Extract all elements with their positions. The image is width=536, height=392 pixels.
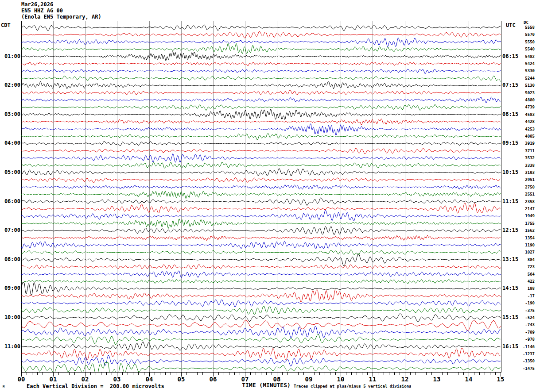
cdt-hour-label: 10:00 bbox=[0, 314, 20, 320]
dc-offset-value: 1755 bbox=[510, 221, 535, 226]
cdt-hour-label: 05:00 bbox=[0, 169, 20, 175]
dc-offset-value: 5330 bbox=[510, 69, 535, 73]
x-minor-tick bbox=[272, 372, 272, 375]
x-tick-label: 00 bbox=[13, 376, 29, 383]
x-tick-label: 05 bbox=[173, 376, 189, 383]
dc-offset-value: 5558 bbox=[510, 25, 535, 30]
x-minor-tick bbox=[453, 372, 453, 375]
x-tick-label: 11 bbox=[365, 376, 381, 383]
dc-offset-value: -1146 bbox=[510, 345, 535, 349]
x-axis-title: TIME (MINUTES) bbox=[242, 382, 291, 388]
x-minor-tick bbox=[303, 372, 304, 375]
dc-offset-value: 3103 bbox=[510, 170, 535, 175]
x-minor-tick bbox=[80, 372, 80, 375]
x-minor-tick bbox=[319, 372, 320, 375]
x-minor-tick bbox=[314, 372, 315, 375]
dc-offset-value: -1350 bbox=[510, 359, 535, 363]
x-minor-tick bbox=[298, 372, 299, 375]
x-minor-tick bbox=[474, 372, 474, 375]
dc-offset-value: 188 bbox=[510, 286, 535, 291]
x-minor-tick bbox=[389, 372, 389, 375]
station-name: (Enola EN5 Temporary, AR) bbox=[21, 14, 101, 20]
x-minor-tick bbox=[394, 372, 395, 375]
dc-offset-value: 5540 bbox=[510, 47, 535, 51]
dc-offset-value: 3919 bbox=[510, 141, 535, 146]
x-minor-tick bbox=[485, 372, 485, 375]
dc-offset-value: 5570 bbox=[510, 32, 535, 37]
x-minor-tick bbox=[357, 372, 357, 375]
dc-offset-value: 2551 bbox=[510, 192, 535, 196]
x-minor-tick bbox=[197, 372, 198, 375]
dc-offset-value: -190 bbox=[510, 301, 535, 305]
x-tick-label: 01 bbox=[45, 376, 61, 383]
x-minor-tick bbox=[495, 372, 496, 375]
x-minor-tick bbox=[229, 372, 229, 375]
x-minor-tick bbox=[458, 372, 458, 375]
x-minor-tick bbox=[426, 372, 427, 375]
x-minor-tick bbox=[234, 372, 235, 375]
x-minor-tick bbox=[479, 372, 480, 375]
x-minor-tick bbox=[160, 372, 160, 375]
x-minor-tick bbox=[250, 372, 251, 375]
x-tick-label: 02 bbox=[77, 376, 93, 383]
x-minor-tick bbox=[176, 372, 176, 375]
x-minor-tick bbox=[112, 372, 112, 375]
x-minor-tick bbox=[186, 372, 187, 375]
dc-offset-value: 4739 bbox=[510, 105, 535, 109]
left-axis-label: CDT bbox=[1, 22, 11, 28]
x-minor-tick bbox=[128, 372, 128, 375]
dc-offset-value: -743 bbox=[510, 323, 535, 327]
x-minor-tick bbox=[400, 372, 400, 375]
x-minor-tick bbox=[490, 372, 490, 375]
x-minor-tick bbox=[325, 372, 325, 375]
x-minor-tick bbox=[155, 372, 155, 375]
seismogram-traces-canvas bbox=[21, 21, 501, 372]
plot-date: Mar26,2026 bbox=[21, 1, 53, 8]
x-minor-tick bbox=[287, 372, 288, 375]
x-minor-tick bbox=[442, 372, 443, 375]
x-minor-tick bbox=[367, 372, 368, 375]
dc-offset-value: 5482 bbox=[510, 54, 535, 59]
dc-offset-value: 3711 bbox=[510, 149, 535, 153]
dc-offset-value: 1949 bbox=[510, 214, 535, 218]
x-minor-tick bbox=[106, 372, 107, 375]
cdt-hour-label: 01:00 bbox=[0, 53, 20, 59]
dc-offset-value: 1354 bbox=[510, 236, 535, 240]
dc-offset-value: 2951 bbox=[510, 177, 535, 182]
x-minor-tick bbox=[133, 372, 133, 375]
x-minor-tick bbox=[96, 372, 96, 375]
x-minor-tick bbox=[463, 372, 464, 375]
watermark: M bbox=[3, 385, 4, 388]
x-minor-tick bbox=[293, 372, 293, 375]
cdt-hour-label: 02:00 bbox=[0, 82, 20, 88]
x-minor-tick bbox=[192, 372, 192, 375]
x-minor-tick bbox=[421, 372, 421, 375]
x-tick-label: 10 bbox=[333, 376, 349, 383]
x-tick-label: 03 bbox=[109, 376, 125, 383]
cdt-hour-label: 03:00 bbox=[0, 111, 20, 117]
x-minor-tick bbox=[261, 372, 261, 375]
cdt-hour-label: 08:00 bbox=[0, 256, 20, 262]
x-minor-tick bbox=[330, 372, 330, 375]
x-minor-tick bbox=[351, 372, 352, 375]
clip-note: Traces clipped at plus/minus 5 vertical … bbox=[294, 384, 412, 388]
x-minor-tick bbox=[384, 372, 384, 375]
dc-offset-value: -789 bbox=[510, 330, 535, 334]
x-minor-tick bbox=[431, 372, 432, 375]
station-code: EN5 HHZ AG 00 bbox=[21, 8, 63, 14]
x-minor-tick bbox=[74, 372, 75, 375]
dc-offset-value: 1562 bbox=[510, 228, 535, 233]
dc-offset-value: 422 bbox=[510, 279, 535, 284]
dc-offset-value: 2147 bbox=[510, 207, 535, 211]
cdt-hour-label: 09:00 bbox=[0, 285, 20, 291]
dc-offset-value: 564 bbox=[510, 272, 535, 277]
x-minor-tick bbox=[43, 372, 43, 375]
x-minor-tick bbox=[335, 372, 336, 375]
dc-offset-value: 5550 bbox=[510, 40, 535, 44]
x-minor-tick bbox=[122, 372, 123, 375]
x-minor-tick bbox=[90, 372, 91, 375]
dc-offset-value: 884 bbox=[510, 257, 535, 262]
dc-offset-value: 5023 bbox=[510, 91, 535, 95]
x-tick-label: 13 bbox=[429, 376, 445, 383]
dc-offset-value: -17 bbox=[510, 294, 535, 298]
